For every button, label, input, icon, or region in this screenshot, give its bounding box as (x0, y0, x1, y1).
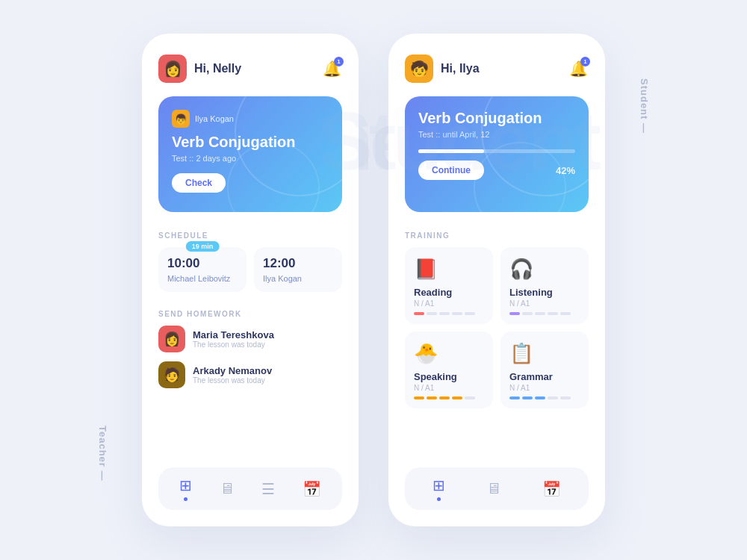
calendar-icon-student: 📅 (542, 480, 561, 498)
teacher-greeting: Hi, Nelly (194, 62, 321, 75)
reading-level: N / A1 (414, 299, 484, 308)
progress-wrap: Continue 42% (418, 149, 575, 180)
home-icon: ⊞ (179, 476, 192, 494)
progress-footer: Continue 42% (418, 161, 575, 180)
teacher-phone: 👩 Hi, Nelly 🔔 1 👦 Ilya Kogan Verb Conjug… (142, 34, 359, 526)
student-greeting: Hi, Ilya (441, 62, 568, 75)
check-button[interactable]: Check (172, 173, 226, 193)
dot (427, 396, 437, 399)
training-card-grammar[interactable]: 📋 Grammar N / A1 (500, 332, 589, 408)
homework-label: SEND HOMEWORK (158, 310, 342, 318)
schedule-name-2: Ilya Kogan (263, 274, 333, 283)
student-hero-subtitle: Test :: until April, 12 (418, 130, 575, 139)
hero-author-avatar: 👦 (172, 110, 190, 128)
hero-title: Verb Conjugation (172, 134, 329, 151)
student-bottom-nav: ⊞ 🖥 📅 (405, 467, 589, 510)
schedule-name-1: Michael Leibovitz (167, 274, 238, 283)
dot (548, 312, 558, 315)
screen-icon-student: 🖥 (486, 480, 501, 497)
dot (465, 312, 475, 315)
dot (452, 312, 462, 315)
grammar-level: N / A1 (509, 384, 580, 392)
teacher-header: 👩 Hi, Nelly 🔔 1 (158, 55, 342, 83)
dot (560, 396, 571, 399)
home-icon-student: ⊞ (433, 476, 445, 494)
homework-list: 👩 Maria Tereshkova The lesson was today … (158, 326, 342, 388)
student-nav-screen[interactable]: 🖥 (486, 480, 501, 497)
nav-active-dot (184, 497, 187, 501)
teacher-bell[interactable]: 🔔 1 (321, 58, 342, 79)
grammar-dots (509, 396, 580, 399)
schedule-badge: 19 min (186, 241, 220, 252)
reading-dots (414, 312, 484, 315)
hero-author-name: Ilya Kogan (195, 114, 234, 123)
speaking-icon: 🐣 (414, 342, 484, 365)
student-nav-dot (437, 497, 441, 501)
dot (452, 396, 462, 399)
dot (522, 396, 533, 399)
dot (414, 396, 424, 399)
nav-list[interactable]: ☰ (261, 480, 275, 498)
continue-button[interactable]: Continue (418, 161, 484, 180)
hw-sub-1: The lesson was today (193, 340, 274, 349)
listening-dots (509, 312, 580, 315)
student-phone: 🧒 Hi, Ilya 🔔 1 Verb Conjugation Test :: … (388, 34, 605, 526)
schedule-row: 19 min 10:00 Michael Leibovitz 12:00 Ily… (158, 247, 342, 292)
nav-calendar[interactable]: 📅 (303, 480, 321, 498)
schedule-item-1[interactable]: 19 min 10:00 Michael Leibovitz (158, 247, 247, 292)
dot (439, 312, 450, 315)
reading-name: Reading (414, 287, 484, 298)
dot (439, 396, 450, 399)
listening-level: N / A1 (509, 299, 580, 308)
nav-screen[interactable]: 🖥 (220, 480, 235, 497)
hw-avatar-1: 👩 (158, 326, 185, 352)
training-label: TRAINING (405, 231, 589, 240)
student-label: Student — (639, 78, 650, 134)
progress-percentage: 42% (556, 165, 575, 176)
teacher-label: Teacher — (97, 426, 108, 482)
training-grid: 📕 Reading N / A1 🎧 Listening N / A1 (405, 247, 589, 408)
grammar-icon: 📋 (509, 342, 580, 365)
screen-icon: 🖥 (220, 480, 235, 497)
hero-author: 👦 Ilya Kogan (172, 110, 329, 128)
listening-icon: 🎧 (509, 258, 580, 281)
training-card-speaking[interactable]: 🐣 Speaking N / A1 (405, 332, 493, 408)
speaking-dots (414, 396, 484, 399)
list-icon: ☰ (261, 480, 275, 498)
list-item[interactable]: 🧑 Arkady Nemanov The lesson was today (158, 361, 342, 388)
reading-icon: 📕 (414, 258, 484, 281)
schedule-time-1: 10:00 (167, 256, 238, 271)
schedule-item-2[interactable]: 12:00 Ilya Kogan (254, 247, 342, 292)
student-nav-calendar[interactable]: 📅 (542, 480, 561, 498)
teacher-avatar: 👩 (158, 55, 187, 83)
speaking-level: N / A1 (414, 384, 484, 392)
student-bell[interactable]: 🔔 1 (568, 58, 589, 79)
calendar-icon: 📅 (303, 480, 321, 498)
teacher-bell-badge: 1 (334, 57, 344, 66)
dot (535, 312, 545, 315)
student-hero-card: Verb Conjugation Test :: until April, 12… (405, 96, 589, 212)
hero-subtitle: Test :: 2 days ago (172, 154, 329, 163)
hw-name-2: Arkady Nemanov (193, 365, 272, 376)
training-card-listening[interactable]: 🎧 Listening N / A1 (500, 247, 589, 324)
student-avatar: 🧒 (405, 55, 433, 83)
student-hero-title: Verb Conjugation (418, 110, 575, 127)
schedule-label: SCHEDULE (158, 231, 342, 240)
dot (535, 396, 545, 399)
student-nav-home[interactable]: ⊞ (433, 476, 445, 501)
progress-bar-fill (418, 149, 484, 153)
listening-name: Listening (509, 287, 580, 298)
nav-home[interactable]: ⊞ (179, 476, 192, 501)
hw-name-1: Maria Tereshkova (193, 329, 274, 340)
hw-avatar-2: 🧑 (158, 361, 185, 388)
student-header: 🧒 Hi, Ilya 🔔 1 (405, 55, 589, 83)
student-bell-badge: 1 (580, 57, 590, 66)
training-card-reading[interactable]: 📕 Reading N / A1 (405, 247, 493, 324)
list-item[interactable]: 👩 Maria Tereshkova The lesson was today (158, 326, 342, 352)
dot (522, 312, 533, 315)
teacher-hero-card: 👦 Ilya Kogan Verb Conjugation Test :: 2 … (158, 96, 342, 212)
dot (465, 396, 475, 399)
teacher-bottom-nav: ⊞ 🖥 ☰ 📅 (158, 467, 342, 510)
grammar-name: Grammar (509, 371, 580, 382)
speaking-name: Speaking (414, 371, 484, 382)
